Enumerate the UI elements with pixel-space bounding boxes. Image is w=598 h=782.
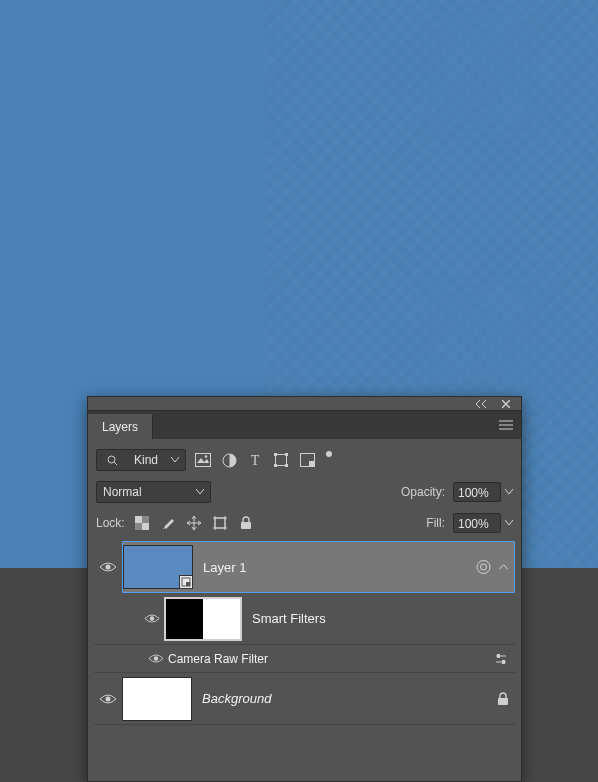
shape-layer-filter-icon[interactable] — [272, 451, 290, 469]
filter-toggle-indicator[interactable] — [326, 451, 332, 457]
fill-input[interactable]: 100% — [453, 513, 513, 533]
svg-point-3 — [205, 455, 208, 458]
layer-thumbnail[interactable] — [123, 545, 193, 589]
lock-position-icon[interactable] — [185, 514, 203, 532]
svg-rect-15 — [142, 516, 149, 523]
layers-list: Layer 1 Smart Filters — [88, 539, 521, 781]
adjustment-layer-filter-icon[interactable] — [220, 451, 238, 469]
svg-rect-32 — [497, 654, 500, 658]
lock-icons — [133, 514, 255, 532]
filter-name: Camera Raw Filter — [168, 652, 268, 666]
pixel-layer-filter-icon[interactable] — [194, 451, 212, 469]
svg-rect-35 — [498, 698, 508, 705]
svg-rect-7 — [274, 453, 277, 456]
svg-rect-22 — [241, 522, 251, 529]
svg-text:T: T — [251, 453, 260, 467]
type-layer-filter-icon[interactable]: T — [246, 451, 264, 469]
svg-rect-14 — [142, 523, 149, 530]
panel-top-controls — [88, 397, 521, 411]
svg-point-0 — [108, 456, 115, 463]
lock-transparency-icon[interactable] — [133, 514, 151, 532]
fill-value: 100% — [453, 513, 501, 533]
smart-object-badge-icon — [179, 575, 193, 589]
svg-point-26 — [477, 561, 490, 574]
svg-point-29 — [154, 656, 158, 660]
collapse-icon[interactable] — [473, 395, 491, 413]
filter-kind-label: Kind — [134, 453, 158, 467]
layer-row-layer1[interactable]: Layer 1 — [122, 541, 515, 593]
svg-point-23 — [106, 565, 111, 570]
lock-artboard-icon[interactable] — [211, 514, 229, 532]
visibility-toggle[interactable] — [94, 693, 122, 705]
lock-image-icon[interactable] — [159, 514, 177, 532]
svg-rect-9 — [274, 464, 277, 467]
visibility-toggle[interactable] — [94, 561, 122, 573]
smart-filters-label: Smart Filters — [252, 611, 326, 626]
panel-menu-icon[interactable] — [497, 416, 515, 434]
smart-object-filter-icon[interactable] — [298, 451, 316, 469]
filter-kind-select[interactable]: Kind — [96, 449, 186, 471]
svg-point-28 — [150, 616, 154, 620]
layer-name[interactable]: Layer 1 — [203, 560, 246, 575]
svg-rect-16 — [135, 523, 142, 530]
lock-icon[interactable] — [497, 692, 509, 706]
visibility-toggle[interactable] — [140, 613, 164, 624]
svg-rect-6 — [276, 455, 287, 466]
layer-row-background[interactable]: Background — [94, 673, 515, 725]
chevron-up-icon[interactable] — [499, 564, 508, 570]
svg-rect-13 — [135, 516, 142, 523]
filter-mask-thumbnail[interactable] — [164, 597, 242, 641]
opacity-value: 100% — [453, 482, 501, 502]
svg-point-34 — [106, 696, 111, 701]
layer-name[interactable]: Background — [202, 691, 271, 706]
close-icon[interactable] — [497, 395, 515, 413]
opacity-input[interactable]: 100% — [453, 482, 513, 502]
layers-tab[interactable]: Layers — [88, 414, 153, 439]
filter-type-row: Kind T — [88, 439, 521, 477]
chevron-down-icon — [171, 457, 179, 463]
svg-point-27 — [481, 564, 487, 570]
smart-filters-row[interactable]: Smart Filters — [94, 593, 515, 645]
mask-white-half — [203, 599, 240, 639]
opacity-label: Opacity: — [401, 485, 445, 499]
blend-opacity-row: Normal Opacity: 100% — [88, 477, 521, 509]
tab-label: Layers — [102, 420, 138, 434]
svg-rect-2 — [196, 454, 211, 467]
blend-mode-select[interactable]: Normal — [96, 481, 211, 503]
visibility-toggle[interactable] — [144, 653, 168, 664]
svg-rect-10 — [285, 464, 288, 467]
svg-rect-33 — [502, 660, 505, 664]
fill-label: Fill: — [426, 516, 445, 530]
lock-label: Lock: — [96, 516, 125, 530]
panel-tabstrip: Layers — [88, 411, 521, 439]
filter-fx-icon[interactable] — [476, 560, 491, 575]
svg-rect-25 — [186, 582, 190, 586]
svg-line-1 — [114, 462, 117, 465]
lock-fill-row: Lock: Fill: 100% — [88, 509, 521, 539]
blend-mode-value: Normal — [103, 485, 142, 499]
chevron-down-icon — [505, 489, 513, 495]
svg-rect-17 — [215, 518, 225, 528]
lock-all-icon[interactable] — [237, 514, 255, 532]
layers-panel: Layers Kind T — [87, 396, 522, 782]
chevron-down-icon — [505, 520, 513, 526]
filter-icons: T — [194, 451, 332, 469]
filter-blend-options-icon[interactable] — [493, 654, 509, 664]
mask-black-half — [166, 599, 203, 639]
search-icon — [103, 451, 121, 469]
svg-rect-8 — [285, 453, 288, 456]
svg-rect-12 — [309, 461, 314, 466]
layer-thumbnail[interactable] — [122, 677, 192, 721]
filter-item-row[interactable]: Camera Raw Filter — [94, 645, 515, 673]
chevron-down-icon — [196, 489, 204, 495]
